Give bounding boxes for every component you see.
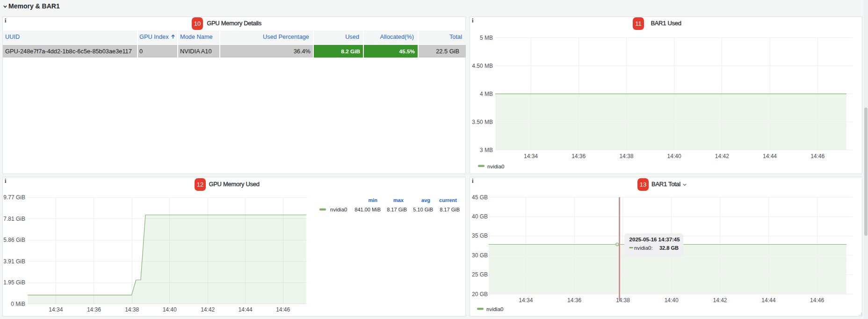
svg-text:14:44: 14:44 [763,153,777,160]
svg-text:20 GB: 20 GB [472,291,488,297]
svg-text:35 GB: 35 GB [472,232,488,239]
svg-text:14:46: 14:46 [276,306,290,313]
svg-text:nvidia0:: nvidia0: [634,245,653,251]
svg-text:14:38: 14:38 [619,153,633,160]
svg-text:3.50 MB: 3.50 MB [472,119,493,125]
svg-text:14:34: 14:34 [524,153,538,160]
svg-text:25 GB: 25 GB [472,271,488,278]
svg-text:current: current [439,197,457,203]
svg-text:4 MB: 4 MB [480,91,493,97]
svg-text:9.77 GiB: 9.77 GiB [3,194,25,201]
svg-text:5 MB: 5 MB [480,35,493,41]
svg-text:7.81 GiB: 7.81 GiB [3,216,25,222]
svg-text:14:34: 14:34 [49,306,63,313]
svg-text:14:40: 14:40 [665,297,679,304]
svg-text:avg: avg [421,197,430,203]
svg-text:3 MB: 3 MB [480,147,493,153]
svg-text:nvidia0: nvidia0 [330,207,347,212]
svg-text:2025-05-16 14:37:45: 2025-05-16 14:37:45 [629,237,680,242]
svg-text:min: min [368,197,377,203]
svg-text:14:42: 14:42 [201,306,215,313]
svg-text:max: max [393,197,404,203]
svg-text:14:38: 14:38 [616,297,630,304]
svg-text:8.17 GiB: 8.17 GiB [387,207,407,212]
svg-text:5.10 GiB: 5.10 GiB [413,207,433,212]
svg-text:30 GB: 30 GB [472,252,488,259]
svg-text:nvidia0: nvidia0 [487,164,504,169]
svg-text:14:34: 14:34 [519,297,533,304]
svg-text:40 GB: 40 GB [472,213,488,220]
svg-text:5.86 GiB: 5.86 GiB [3,237,25,243]
svg-text:nvidia0: nvidia0 [486,306,503,312]
svg-text:14:44: 14:44 [239,306,253,313]
svg-text:3.91 GiB: 3.91 GiB [3,258,25,265]
svg-text:14:42: 14:42 [713,297,727,304]
svg-text:14:36: 14:36 [571,153,586,160]
svg-text:45 GB: 45 GB [472,194,488,201]
svg-text:32.8 GB: 32.8 GB [659,245,679,251]
svg-text:1.95 GiB: 1.95 GiB [3,279,25,286]
svg-text:14:40: 14:40 [163,306,177,313]
svg-text:14:40: 14:40 [667,153,681,160]
svg-text:14:36: 14:36 [87,306,101,313]
svg-text:4.50 MB: 4.50 MB [472,63,493,69]
svg-text:14:46: 14:46 [810,297,824,304]
svg-text:14:46: 14:46 [810,153,825,160]
svg-text:14:38: 14:38 [125,306,139,313]
svg-text:14:36: 14:36 [567,297,581,304]
svg-text:14:42: 14:42 [715,153,729,160]
svg-text:8.17 GiB: 8.17 GiB [440,207,460,212]
svg-text:14:44: 14:44 [761,297,775,304]
svg-text:841.00 MiB: 841.00 MiB [354,207,381,212]
svg-text:0 MiB: 0 MiB [11,301,25,307]
